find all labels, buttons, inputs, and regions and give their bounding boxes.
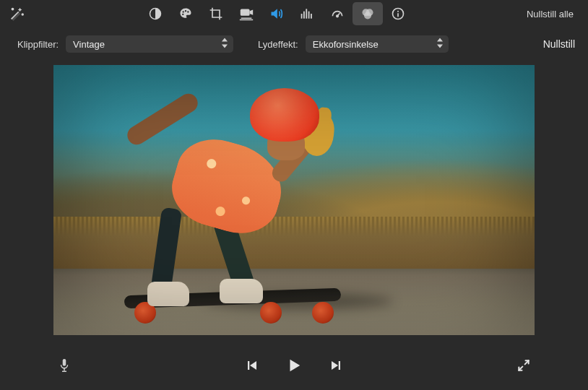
contrast-icon [148, 6, 163, 21]
info-tab[interactable] [383, 2, 413, 25]
clip-filter-value: Vintage [73, 39, 105, 50]
preview-area [0, 61, 588, 335]
camera-stabilize-icon [238, 6, 254, 21]
svg-point-6 [182, 14, 183, 15]
previous-button[interactable] [241, 355, 263, 376]
magic-wand-icon [9, 6, 25, 22]
clip-filter-label: Klippfilter: [17, 39, 59, 50]
svg-rect-23 [339, 361, 340, 370]
expand-button[interactable] [513, 355, 535, 376]
svg-point-18 [364, 12, 371, 20]
equalizer-icon [299, 6, 315, 21]
svg-rect-10 [301, 14, 303, 19]
expand-icon [516, 358, 531, 373]
filter-effects-tab[interactable] [353, 2, 383, 25]
chevron-up-down-icon [221, 38, 228, 51]
volume-tab[interactable] [261, 2, 292, 25]
filter-effects-icon [360, 6, 376, 21]
clip-filter-select[interactable]: Vintage [66, 35, 233, 53]
next-button[interactable] [325, 355, 347, 376]
toolbar: Nullstill alle [0, 0, 588, 27]
svg-point-0 [12, 8, 13, 9]
svg-point-1 [22, 14, 23, 15]
audio-effect-value: Ekkoforsinkelse [313, 39, 379, 50]
svg-rect-13 [308, 12, 310, 19]
info-icon [391, 6, 405, 21]
play-button[interactable] [283, 355, 305, 376]
volume-icon [269, 6, 285, 21]
svg-rect-9 [240, 20, 253, 20]
chevron-up-down-icon [436, 38, 444, 51]
svg-point-15 [337, 15, 339, 17]
palette-tab[interactable] [170, 2, 201, 25]
svg-rect-11 [303, 12, 305, 19]
svg-rect-22 [248, 361, 249, 370]
svg-point-20 [397, 11, 399, 12]
svg-point-4 [185, 10, 186, 12]
microphone-icon [58, 358, 71, 373]
magic-wand-button[interactable] [4, 2, 29, 25]
reset-button[interactable]: Nullstill [540, 37, 578, 51]
speed-tab[interactable] [322, 2, 353, 25]
audio-effect-select[interactable]: Ekkoforsinkelse [306, 35, 449, 53]
microphone-button[interactable] [53, 355, 75, 376]
camera-stabilize-tab[interactable] [231, 2, 261, 25]
svg-point-5 [187, 11, 189, 12]
crop-icon [209, 6, 223, 21]
next-icon [329, 359, 343, 372]
svg-rect-7 [241, 9, 250, 16]
filter-controls: Klippfilter: Vintage Lydeffekt: Ekkofors… [0, 27, 588, 61]
svg-rect-12 [306, 9, 307, 18]
svg-rect-21 [63, 359, 66, 366]
video-preview[interactable] [53, 65, 535, 335]
play-icon [286, 358, 302, 373]
crop-tab[interactable] [201, 2, 231, 25]
previous-icon [245, 359, 259, 372]
equalizer-tab[interactable] [292, 2, 322, 25]
transport-bar [0, 348, 588, 390]
svg-rect-14 [311, 14, 312, 19]
contrast-tab[interactable] [140, 2, 170, 25]
svg-point-3 [183, 11, 184, 12]
palette-icon [178, 6, 194, 21]
svg-rect-8 [241, 18, 252, 19]
audio-effect-label: Lydeffekt: [258, 39, 298, 50]
speed-icon [329, 6, 345, 21]
reset-all-button[interactable]: Nullstill alle [522, 6, 578, 22]
toolbar-tabs [140, 2, 413, 25]
